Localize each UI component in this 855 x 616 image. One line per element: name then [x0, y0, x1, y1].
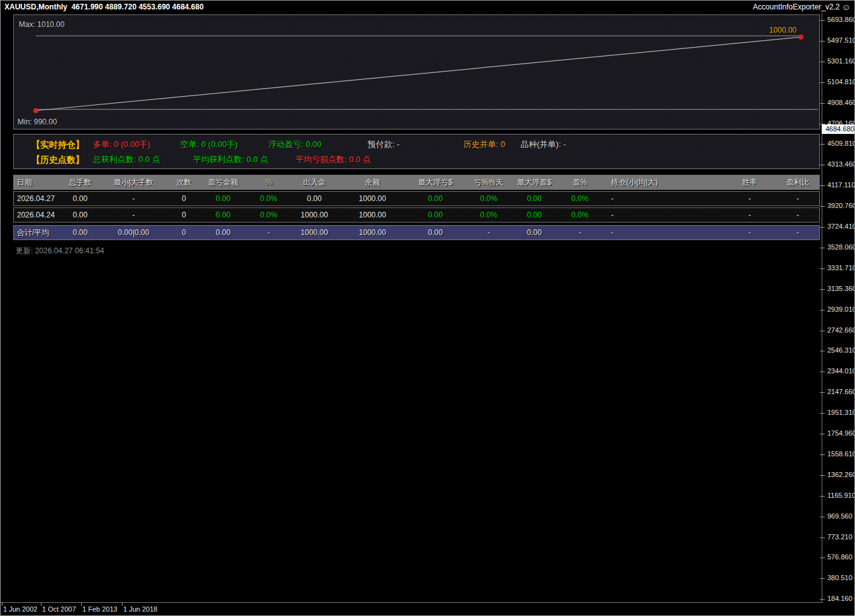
- time-tick: [2, 602, 3, 606]
- price-tick: [820, 227, 825, 228]
- table-cell: 0: [170, 211, 198, 219]
- price-tick-label: 2147.660: [827, 388, 855, 396]
- balance-chart-canvas: [14, 15, 819, 129]
- price-tick: [820, 371, 825, 372]
- table-cell: -: [604, 194, 723, 203]
- price-tick-label: 4509.810: [827, 140, 855, 148]
- price-tick: [820, 331, 825, 331]
- price-tick-label: 3724.410: [827, 223, 855, 231]
- table-header-cell: 出入金: [289, 177, 339, 188]
- balance-chart-panel[interactable]: Max: 1010.00 Min: 990.00 1000.00: [13, 14, 820, 129]
- price-tick-label: 4117.110: [827, 181, 855, 189]
- summary-cell: 1000.00: [289, 228, 339, 237]
- time-tick: [41, 602, 41, 606]
- table-cell: 2026.04.24: [14, 211, 63, 219]
- table-summary-row: 合计/平均0.000.00|0.0000.00-1000.001000.000.…: [13, 225, 820, 240]
- price-tick-label: 773.210: [827, 533, 852, 541]
- price-tick: [820, 413, 825, 414]
- table-header-cell: 盈利比: [776, 177, 819, 188]
- price-tick-label: 380.510: [827, 574, 852, 582]
- table-cell: 1000.00: [339, 211, 405, 219]
- table-cell: 0.00: [405, 211, 465, 219]
- price-tick: [820, 62, 825, 62]
- price-tick: [820, 248, 825, 248]
- table-header-cell: 盈亏金额: [198, 177, 248, 188]
- price-tick-label: 969.560: [827, 512, 852, 520]
- price-tick-label: 3920.760: [827, 202, 855, 210]
- price-tick: [820, 517, 825, 517]
- table-cell: 0: [170, 194, 198, 203]
- summary-cell: 0.00|0.00: [97, 228, 170, 237]
- table-cell: -: [776, 211, 819, 219]
- price-tick-label: 2939.010: [827, 305, 855, 314]
- table-header-cell: 亏%当天: [465, 177, 512, 188]
- price-tick: [820, 165, 825, 165]
- price-tick: [820, 351, 825, 351]
- price-tick-label: 3528.060: [827, 243, 855, 251]
- price-tick: [820, 537, 825, 538]
- mt4-window: XAUUSD,Monthly 4671.990 4889.720 4553.69…: [0, 0, 855, 616]
- smiley-icon[interactable]: ☺: [842, 3, 851, 11]
- account-info-panel: 【实时持仓】多单: 0 (0.00手)空单: 0 (0.00手)浮动盈亏: 0.…: [13, 134, 820, 169]
- table-row: 2026.04.240.00-00.000.0%1000.001000.000.…: [13, 207, 820, 223]
- table-cell: 1000.00: [289, 211, 339, 219]
- info-item: 总获利点数: 0.0 点: [93, 155, 160, 165]
- min-label: Min: 990.00: [18, 118, 57, 126]
- time-tick-label: 1 Feb 2013: [82, 605, 118, 613]
- price-tick-label: 2546.310: [827, 346, 855, 355]
- table-header-cell: 最小|大手数: [97, 177, 170, 188]
- price-tick-label: 184.160: [827, 595, 852, 603]
- balance-line: [36, 37, 801, 111]
- table-cell: 0.00: [405, 194, 465, 203]
- table-cell: -: [97, 211, 170, 219]
- table-cell: -: [604, 211, 723, 219]
- price-tick: [820, 558, 825, 558]
- price-tick-label: 5301.160: [827, 57, 855, 65]
- info-item: 多单: 0 (0.00手): [93, 140, 150, 150]
- price-tick-label: 4313.460: [827, 160, 855, 168]
- price-axis-line: [822, 13, 822, 602]
- price-tick: [820, 185, 825, 186]
- price-tick: [820, 289, 825, 290]
- table-cell: 0.0%: [248, 211, 289, 219]
- info-item: 平均亏损点数: 0.0 点: [295, 155, 371, 165]
- price-tick: [820, 475, 825, 476]
- symbol-quote-text: XAUUSD,Monthly 4671.990 4889.720 4553.69…: [4, 3, 204, 11]
- info-item: 品种(并单): -: [521, 140, 566, 150]
- summary-cell: 1000.00: [339, 228, 405, 237]
- time-tick-label: 1 Oct 2007: [42, 605, 76, 613]
- time-axis-line: [1, 602, 822, 603]
- table-cell: 0.0%: [465, 194, 512, 203]
- time-tick-label: 1 Jun 2002: [3, 605, 37, 613]
- price-tick: [820, 82, 825, 83]
- price-tick-label: 1362.260: [827, 471, 855, 479]
- price-tick: [820, 268, 825, 269]
- table-cell: 0.0%: [248, 194, 289, 203]
- summary-cell: 合计/平均: [14, 228, 63, 238]
- end-dot: [798, 35, 803, 40]
- table-cell: 0.00: [63, 211, 97, 219]
- table-cell: -: [776, 194, 819, 203]
- info-item: 空单: 0 (0.00手): [180, 140, 238, 150]
- price-tick-label: 1754.960: [827, 429, 855, 437]
- price-tick: [820, 41, 825, 41]
- info-item: 历史并单: 0: [463, 140, 505, 150]
- table-cell: 0.00: [512, 194, 556, 203]
- price-tick: [820, 20, 825, 21]
- price-tick: [820, 434, 825, 434]
- table-cell: -: [723, 211, 776, 219]
- summary-cell: -: [248, 228, 289, 237]
- time-tick: [122, 602, 123, 606]
- current-price-box: 4684.680: [822, 124, 854, 134]
- price-tick-label: 5693.860: [827, 16, 855, 24]
- ea-name-text: AccountInfoExporter_v2.2: [753, 3, 840, 11]
- last-value-label: 1000.00: [743, 26, 797, 35]
- table-cell: -: [97, 194, 170, 203]
- info-item: 浮动盈亏: 0.00: [268, 140, 322, 150]
- price-tick: [820, 206, 825, 207]
- start-dot: [33, 108, 38, 113]
- price-tick: [820, 599, 825, 600]
- price-tick-label: 1558.610: [827, 450, 855, 458]
- summary-cell: -: [556, 228, 604, 237]
- table-cell: 0.00: [198, 194, 248, 203]
